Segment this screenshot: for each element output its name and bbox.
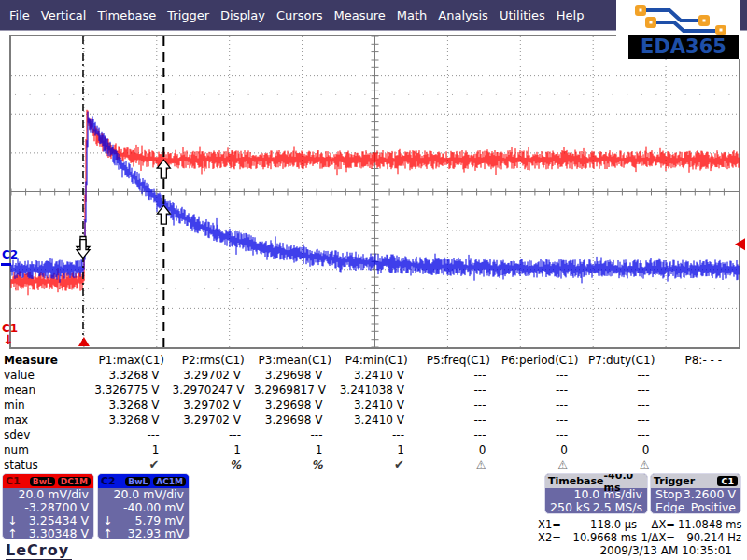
measure-cell-value-p6: --- — [500, 368, 582, 383]
lecroy-logo: LeCroy — [6, 541, 72, 560]
channel-cursor_up-value: 3.30348 V — [29, 527, 89, 539]
menu-item-display[interactable]: Display — [220, 8, 265, 22]
measure-cell-max-p3: 3.29698 V — [254, 413, 336, 427]
status-warn-icon: ⚠ — [640, 458, 650, 471]
measure-cell-max-p1: 3.3268 V — [91, 413, 173, 427]
menu-item-timebase[interactable]: Timebase — [97, 8, 156, 22]
measure-cell-max-p8 — [663, 413, 745, 427]
measure-table-title: Measure — [2, 353, 91, 368]
channel-scale: 20.0 mV/div — [3, 488, 93, 501]
measure-cell-sdev-p2: --- — [173, 427, 255, 442]
channel-id-label: C1 — [6, 475, 21, 487]
measure-cell-max-p4: 3.2410 V — [336, 413, 418, 427]
measure-cell-status-p3: % — [254, 457, 336, 472]
menu-item-math[interactable]: Math — [397, 8, 428, 22]
channel-box-c1[interactable]: C1BwLDC1M20.0 mV/div-3.28700 V↓3.25434 V… — [2, 473, 94, 539]
menu-item-file[interactable]: File — [9, 8, 30, 22]
channel-box-c2[interactable]: C2BwLAC1M20.0 mV/div-40.00 mV↓5.79 mV↑32… — [97, 473, 190, 539]
measure-cell-sdev-p5: --- — [417, 427, 500, 442]
measure-cell-value-p1: 3.3268 V — [91, 368, 173, 383]
measure-cell-num-p4: 1 — [336, 442, 418, 457]
timestamp: 2009/3/13 AM 10:35:01 — [599, 544, 732, 557]
menu-item-cursors[interactable]: Cursors — [276, 8, 323, 22]
measure-column-header-p8[interactable]: P8:- - - — [663, 353, 745, 368]
measure-cell-value-p4: 3.2410 V — [336, 368, 418, 383]
x2-value: 10.9668 ms — [570, 532, 637, 545]
measure-cell-mean-p2: 3.2970247 V — [173, 383, 255, 398]
measure-column-header-p4[interactable]: P4:min(C1) — [336, 353, 418, 368]
measure-cell-value-p2: 3.29702 V — [173, 368, 255, 383]
status-warn-icon: ⚠ — [476, 458, 486, 471]
invdx-label: 1/ΔX= — [637, 532, 678, 545]
channel-c2-edge-label: C2 — [2, 248, 18, 261]
measure-row-label-value: value — [2, 368, 91, 383]
measure-column-header-p2[interactable]: P2:rms(C1) — [173, 353, 255, 368]
measure-cell-sdev-p6: --- — [500, 427, 582, 442]
measure-cell-sdev-p3: --- — [254, 427, 336, 442]
measure-column-header-p7[interactable]: P7:duty(C1) — [581, 353, 663, 368]
measure-column-header-p6[interactable]: P6:period(C1) — [500, 353, 582, 368]
measure-cell-sdev-p1: --- — [91, 427, 173, 442]
timebase-box[interactable]: Timebase -40.0 ms 10.0 ms/div 250 kS 2.5… — [544, 473, 648, 514]
measure-cell-status-p7: ⚠ — [581, 457, 663, 472]
waveform-display[interactable] — [9, 35, 740, 349]
cursor-down-arrow-icon: ↓ — [103, 514, 112, 527]
measure-cell-mean-p7: --- — [581, 383, 663, 398]
invdx-value: 90.214 Hz — [678, 532, 741, 545]
measure-cell-value-p5: --- — [417, 368, 500, 383]
measure-row-label-status: status — [2, 457, 91, 472]
measure-cell-mean-p4: 3.241038 V — [336, 383, 418, 398]
measure-cell-max-p2: 3.29702 V — [173, 413, 255, 427]
channel-scale: 20.0 mV/div — [98, 488, 189, 501]
trigger-level-marker[interactable] — [735, 238, 745, 250]
measure-row-label-mean: mean — [2, 383, 91, 398]
measure-cell-num-p1: 1 — [91, 442, 173, 457]
measure-cell-min-p2: 3.29702 V — [173, 398, 255, 413]
trigger-mode: Stop — [655, 488, 682, 501]
channel-offset: -40.00 mV — [98, 501, 189, 514]
measure-cell-min-p4: 3.2410 V — [336, 398, 418, 413]
channel-cursor_up-value: 32.93 mV — [128, 527, 185, 539]
trigger-time-marker[interactable] — [78, 337, 90, 346]
measure-cell-status-p1: ✔ — [91, 457, 173, 472]
channel-badge-ac1m: AC1M — [153, 477, 186, 486]
measure-cell-mean-p1: 3.326775 V — [91, 383, 173, 398]
channel-cursor_down-value: 3.25434 V — [29, 514, 89, 527]
status-pct-icon: % — [230, 458, 241, 471]
measure-column-header-p1[interactable]: P1:max(C1) — [91, 353, 173, 368]
measure-cell-status-p6: ⚠ — [500, 457, 582, 472]
cursor-down-arrow-icon: ↓ — [7, 514, 17, 527]
channel-cursor_down-value: 5.79 mV — [134, 514, 184, 527]
measure-cell-mean-p5: --- — [417, 383, 500, 398]
menu-item-help[interactable]: Help — [557, 8, 585, 22]
status-pct-icon: % — [311, 458, 322, 471]
timebase-scale: 10.0 ms/div — [545, 488, 647, 501]
menu-item-analysis[interactable]: Analysis — [438, 8, 488, 22]
c2-zero-marker[interactable] — [1, 263, 11, 266]
measure-cell-min-p6: --- — [500, 398, 582, 413]
status-check-icon: ✔ — [394, 457, 404, 471]
measure-cell-min-p3: 3.29698 V — [254, 398, 336, 413]
measure-cell-value-p7: --- — [581, 368, 663, 383]
measure-cell-mean-p8 — [663, 383, 745, 398]
menu-item-utilities[interactable]: Utilities — [500, 8, 545, 22]
menu-item-trigger[interactable]: Trigger — [167, 8, 209, 22]
measure-column-header-p3[interactable]: P3:mean(C1) — [254, 353, 336, 368]
measure-cell-max-p5: --- — [417, 413, 500, 427]
measure-cell-value-p3: 3.29698 V — [254, 368, 336, 383]
status-check-icon: ✔ — [149, 457, 160, 471]
trigger-box[interactable]: Trigger C1 Stop 3.2600 V Edge Positive — [650, 473, 741, 514]
channel-badge-dc1m: DC1M — [58, 477, 91, 486]
measure-cell-status-p8 — [663, 457, 745, 472]
measure-cell-min-p7: --- — [581, 398, 663, 413]
measure-cell-mean-p3: 3.2969817 V — [254, 383, 336, 398]
menu-item-measure[interactable]: Measure — [334, 8, 386, 22]
logo-wordmark: EDA365 — [628, 35, 739, 59]
measure-cell-num-p2: 1 — [173, 442, 255, 457]
measure-cell-sdev-p4: --- — [336, 427, 418, 442]
measure-cell-sdev-p7: --- — [581, 427, 663, 442]
measure-column-header-p5[interactable]: P5:freq(C1) — [417, 353, 500, 368]
dx-value: 11.0848 ms — [678, 519, 741, 532]
trigger-level: 3.2600 V — [684, 488, 736, 501]
menu-item-vertical[interactable]: Vertical — [41, 8, 87, 22]
